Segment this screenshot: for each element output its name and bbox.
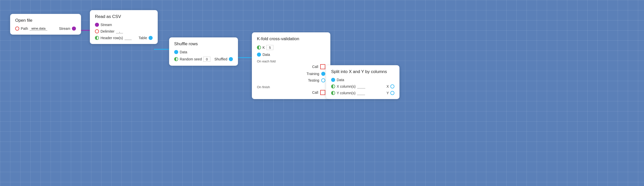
stream-out-label: Stream bbox=[59, 27, 70, 31]
kfold-testing-row: Testing bbox=[257, 78, 325, 82]
header-label: Header row(s) bbox=[100, 36, 123, 40]
table-out-port[interactable] bbox=[149, 36, 153, 40]
stream-in-label: Stream bbox=[100, 23, 112, 27]
kfold-data-in-port[interactable] bbox=[257, 53, 261, 57]
read-csv-title: Read as CSV bbox=[95, 14, 153, 19]
read-csv-stream-row: Stream bbox=[95, 23, 153, 27]
kfold-node: K-fold cross-validation K Data On each f… bbox=[252, 32, 330, 99]
read-csv-node: Read as CSV Stream Delimiter Header row(… bbox=[90, 10, 158, 44]
path-input[interactable] bbox=[30, 27, 47, 31]
k-input[interactable] bbox=[266, 45, 273, 50]
y-col-input[interactable] bbox=[357, 91, 365, 95]
y-col-port[interactable] bbox=[331, 91, 335, 95]
training-out-port[interactable] bbox=[321, 72, 325, 76]
y-out-label: Y bbox=[387, 91, 389, 95]
k-port[interactable] bbox=[257, 45, 261, 50]
stream-out-port[interactable] bbox=[72, 27, 76, 31]
open-file-node: Open file Path Stream bbox=[10, 14, 81, 35]
call2-box[interactable] bbox=[320, 90, 325, 95]
x-out-label: X bbox=[387, 84, 389, 88]
read-csv-delimiter-row: Delimiter bbox=[95, 29, 153, 33]
x-col-label: X column(s) bbox=[337, 84, 356, 88]
data-in-port[interactable] bbox=[174, 50, 178, 54]
header-input[interactable] bbox=[125, 36, 132, 40]
kfold-title: K-fold cross-validation bbox=[257, 36, 325, 41]
shuffle-seed-row: Random seed Shuffled bbox=[174, 57, 233, 62]
read-csv-header-row: Header row(s) Table bbox=[95, 36, 153, 40]
kfold-data-row: Data bbox=[257, 53, 325, 57]
x-out-port[interactable] bbox=[390, 84, 394, 88]
seed-port[interactable] bbox=[174, 57, 178, 61]
split-xy-title: Split into X and Y by columns bbox=[331, 69, 394, 74]
header-port[interactable] bbox=[95, 36, 99, 40]
y-col-label: Y column(s) bbox=[337, 91, 355, 95]
seed-input[interactable] bbox=[203, 57, 210, 62]
split-xy-node: Split into X and Y by columns Data X col… bbox=[326, 65, 399, 99]
seed-label: Random seed bbox=[180, 57, 202, 61]
y-out-port[interactable] bbox=[390, 91, 394, 95]
shuffle-data-row: Data bbox=[174, 50, 233, 54]
call-label: Call bbox=[312, 65, 318, 69]
shuffled-out-label: Shuffled bbox=[214, 57, 227, 61]
testing-out-port[interactable] bbox=[321, 78, 325, 82]
kfold-call2-row: Call bbox=[257, 90, 325, 95]
split-y-row: Y column(s) Y bbox=[331, 91, 394, 95]
kfold-call-row: Call bbox=[257, 64, 325, 69]
delimiter-input[interactable] bbox=[116, 29, 123, 33]
split-data-label: Data bbox=[337, 78, 344, 82]
x-col-input[interactable] bbox=[357, 84, 365, 88]
open-file-path-row: Path Stream bbox=[15, 27, 76, 31]
testing-label: Testing bbox=[308, 78, 319, 82]
kfold-data-label: Data bbox=[263, 53, 270, 57]
shuffle-rows-title: Shuffle rows bbox=[174, 41, 233, 46]
on-each-fold-label: On each fold bbox=[257, 59, 325, 63]
split-x-row: X column(s) X bbox=[331, 84, 394, 88]
x-col-port[interactable] bbox=[331, 84, 335, 88]
k-label: K bbox=[263, 45, 265, 50]
kfold-k-row: K bbox=[257, 45, 325, 50]
delimiter-label: Delimiter bbox=[100, 29, 114, 33]
delimiter-port[interactable] bbox=[95, 29, 99, 33]
call-box[interactable] bbox=[320, 64, 325, 69]
shuffle-rows-node: Shuffle rows Data Random seed Shuffled bbox=[169, 37, 238, 66]
split-data-in-port[interactable] bbox=[331, 78, 335, 82]
path-label: Path bbox=[21, 27, 28, 31]
on-finish-label-container: On finish bbox=[257, 85, 325, 89]
call2-label: Call bbox=[312, 90, 318, 95]
table-out-label: Table bbox=[139, 36, 147, 40]
stream-in-port[interactable] bbox=[95, 23, 99, 27]
data-in-label: Data bbox=[180, 50, 187, 54]
kfold-training-row: Training bbox=[257, 72, 325, 76]
split-data-row: Data bbox=[331, 78, 394, 82]
open-file-title: Open file bbox=[15, 18, 76, 23]
shuffled-out-port[interactable] bbox=[229, 57, 233, 61]
training-label: Training bbox=[307, 72, 319, 76]
path-port[interactable] bbox=[15, 27, 19, 31]
